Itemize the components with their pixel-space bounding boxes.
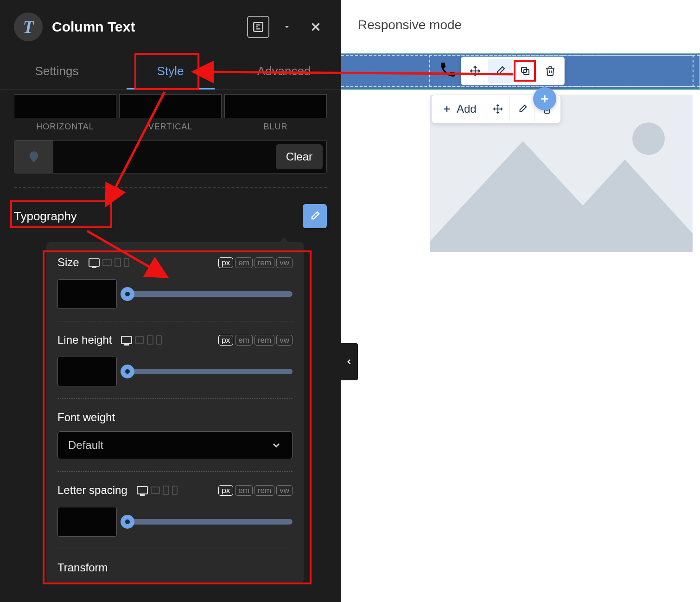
device-mobile-icon[interactable] bbox=[124, 258, 129, 267]
typography-letterspacing-row: Letter spacing px em rem vw bbox=[57, 484, 293, 549]
style-panel: T Column Text Settings Style Advanced bbox=[0, 0, 341, 602]
typography-edit-button[interactable] bbox=[303, 204, 327, 228]
panel-title: Column Text bbox=[52, 19, 238, 35]
unit-px[interactable]: px bbox=[218, 257, 233, 268]
lineheight-units: px em rem vw bbox=[218, 335, 293, 346]
responsive-mode-label: Responsive mode bbox=[358, 18, 462, 32]
device-desktop-icon[interactable] bbox=[89, 258, 100, 267]
unit-rem[interactable]: rem bbox=[255, 335, 274, 346]
unit-vw[interactable]: vw bbox=[276, 257, 293, 268]
shadow-vertical-input[interactable] bbox=[119, 94, 222, 118]
font-weight-select[interactable]: Default bbox=[57, 431, 293, 459]
add-button[interactable]: Add bbox=[433, 97, 485, 121]
edit-pencil-icon[interactable] bbox=[511, 97, 535, 121]
move-icon[interactable] bbox=[463, 59, 487, 83]
tab-settings[interactable]: Settings bbox=[0, 54, 114, 89]
shadow-blur-input[interactable] bbox=[224, 94, 327, 118]
edit-pencil-icon[interactable] bbox=[488, 59, 512, 83]
panel-header: T Column Text bbox=[0, 0, 341, 54]
shadow-label-horizontal: HORIZONTAL bbox=[14, 122, 116, 132]
shadow-label-blur: BLUR bbox=[224, 122, 327, 132]
widget-toolbar bbox=[461, 57, 565, 85]
size-device-icons[interactable] bbox=[89, 258, 129, 267]
unit-em[interactable]: em bbox=[235, 335, 253, 346]
lineheight-number-input[interactable] bbox=[57, 357, 117, 386]
lineheight-device-icons[interactable] bbox=[121, 335, 162, 345]
typography-transform-row: Transform bbox=[57, 561, 293, 579]
typography-lineheight-row: Line height px em rem vw bbox=[57, 333, 293, 399]
size-number-input[interactable] bbox=[57, 279, 117, 309]
device-mobile-icon[interactable] bbox=[156, 335, 162, 345]
section-divider bbox=[14, 187, 327, 188]
font-weight-label: Font weight bbox=[57, 411, 115, 424]
collapse-panel-button[interactable] bbox=[340, 343, 358, 380]
preview-pane: Responsive mode bbox=[341, 0, 700, 602]
unit-vw[interactable]: vw bbox=[276, 335, 293, 346]
size-units: px em rem vw bbox=[218, 257, 293, 268]
panel-header-actions bbox=[247, 16, 327, 38]
element-type-badge: T bbox=[14, 13, 43, 41]
device-desktop-icon[interactable] bbox=[137, 486, 148, 494]
unit-rem[interactable]: rem bbox=[255, 257, 274, 268]
device-laptop-icon[interactable] bbox=[102, 259, 112, 266]
shadow-input-labels: HORIZONTAL VERTICAL BLUR bbox=[14, 122, 327, 132]
panel-body: HORIZONTAL VERTICAL BLUR Clear Typograph… bbox=[0, 90, 341, 602]
device-laptop-icon[interactable] bbox=[151, 487, 160, 494]
device-mobile-icon[interactable] bbox=[172, 486, 178, 495]
phone-icon bbox=[439, 60, 457, 79]
typography-title: Typography bbox=[14, 209, 77, 224]
chevron-down-icon bbox=[271, 440, 282, 451]
shadow-horizontal-input[interactable] bbox=[14, 94, 116, 118]
shadow-color-row: Clear bbox=[14, 140, 327, 173]
unit-em[interactable]: em bbox=[235, 485, 253, 496]
delete-icon[interactable] bbox=[538, 59, 562, 83]
slider-thumb[interactable] bbox=[121, 515, 134, 529]
letterspacing-device-icons[interactable] bbox=[137, 486, 178, 495]
tab-advanced[interactable]: Advanced bbox=[227, 54, 341, 89]
slider-thumb[interactable] bbox=[121, 365, 134, 378]
transform-label: Transform bbox=[57, 561, 108, 574]
shadow-label-vertical: VERTICAL bbox=[119, 122, 222, 132]
unit-em[interactable]: em bbox=[235, 257, 253, 268]
move-icon[interactable] bbox=[486, 97, 510, 121]
letterspacing-number-input[interactable] bbox=[57, 507, 117, 537]
device-tablet-icon[interactable] bbox=[115, 258, 121, 267]
clear-button[interactable]: Clear bbox=[276, 144, 323, 169]
typography-section-header: Typography bbox=[14, 204, 327, 228]
device-laptop-icon[interactable] bbox=[135, 336, 144, 344]
font-weight-value: Default bbox=[68, 439, 103, 452]
typography-size-row: Size px em rem vw bbox=[57, 256, 293, 321]
tab-style[interactable]: Style bbox=[114, 54, 227, 89]
settings-toggle-icon[interactable] bbox=[247, 16, 269, 38]
unit-vw[interactable]: vw bbox=[276, 485, 293, 496]
letterspacing-slider[interactable] bbox=[123, 519, 293, 525]
add-fab-button[interactable] bbox=[533, 87, 556, 110]
unit-rem[interactable]: rem bbox=[255, 485, 274, 496]
device-desktop-icon[interactable] bbox=[121, 336, 132, 344]
typography-popover: Size px em rem vw bbox=[46, 242, 304, 583]
device-tablet-icon[interactable] bbox=[163, 486, 169, 495]
letterspacing-units: px em rem vw bbox=[218, 485, 293, 496]
shadow-number-inputs bbox=[14, 94, 327, 118]
duplicate-icon[interactable] bbox=[513, 59, 537, 83]
lineheight-slider[interactable] bbox=[123, 369, 293, 374]
device-tablet-icon[interactable] bbox=[147, 335, 153, 345]
line-height-label: Line height bbox=[57, 333, 112, 346]
typography-fontweight-row: Font weight Default bbox=[57, 411, 293, 472]
size-label: Size bbox=[57, 256, 79, 269]
close-icon[interactable] bbox=[305, 16, 327, 38]
dropdown-caret-icon[interactable] bbox=[276, 16, 298, 38]
size-slider[interactable] bbox=[123, 291, 293, 297]
unit-px[interactable]: px bbox=[218, 485, 233, 496]
shadow-color-swatch[interactable] bbox=[14, 141, 53, 173]
panel-tabs: Settings Style Advanced bbox=[0, 54, 341, 90]
unit-px[interactable]: px bbox=[218, 335, 233, 346]
slider-thumb[interactable] bbox=[121, 287, 134, 301]
add-label: Add bbox=[457, 102, 477, 115]
letter-spacing-label: Letter spacing bbox=[57, 484, 127, 497]
